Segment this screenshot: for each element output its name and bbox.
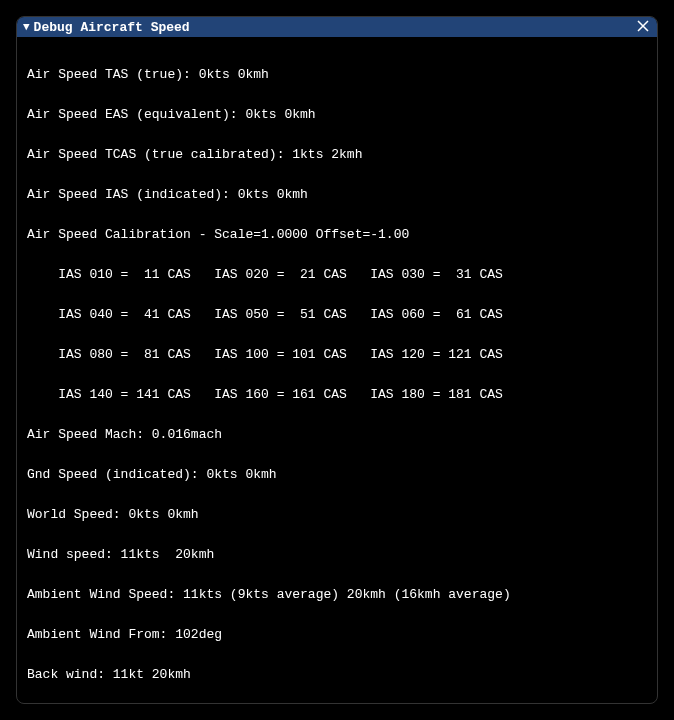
debug-line: Ambient Wind From: 102deg [27,625,647,645]
window-title: Debug Aircraft Speed [34,20,190,35]
debug-line: IAS 140 = 141 CAS IAS 160 = 161 CAS IAS … [27,385,647,405]
titlebar[interactable]: ▼ Debug Aircraft Speed [17,17,657,37]
debug-line: IAS 040 = 41 CAS IAS 050 = 51 CAS IAS 06… [27,305,647,325]
debug-line: Back wind: 11kt 20kmh [27,665,647,685]
debug-line: IAS 010 = 11 CAS IAS 020 = 21 CAS IAS 03… [27,265,647,285]
titlebar-left: ▼ Debug Aircraft Speed [23,20,190,35]
debug-content: Air Speed TAS (true): 0kts 0kmh Air Spee… [17,37,657,704]
debug-line: Air Speed IAS (indicated): 0kts 0kmh [27,185,647,205]
debug-line: Wind speed: 11kts 20kmh [27,545,647,565]
debug-line: IAS 080 = 81 CAS IAS 100 = 101 CAS IAS 1… [27,345,647,365]
debug-line: Air Speed TAS (true): 0kts 0kmh [27,65,647,85]
debug-line: Air Speed Calibration - Scale=1.0000 Off… [27,225,647,245]
close-icon [637,20,649,32]
debug-line: World Speed: 0kts 0kmh [27,505,647,525]
debug-line: Air Speed TCAS (true calibrated): 1kts 2… [27,145,647,165]
debug-line: Gnd Speed (indicated): 0kts 0kmh [27,465,647,485]
debug-line: Air Speed Mach: 0.016mach [27,425,647,445]
debug-line: Air Speed EAS (equivalent): 0kts 0kmh [27,105,647,125]
collapse-icon[interactable]: ▼ [23,22,30,33]
close-button[interactable] [635,20,651,35]
debug-line: Ambient Wind Speed: 11kts (9kts average)… [27,585,647,605]
debug-window: ▼ Debug Aircraft Speed Air Speed TAS (tr… [16,16,658,704]
